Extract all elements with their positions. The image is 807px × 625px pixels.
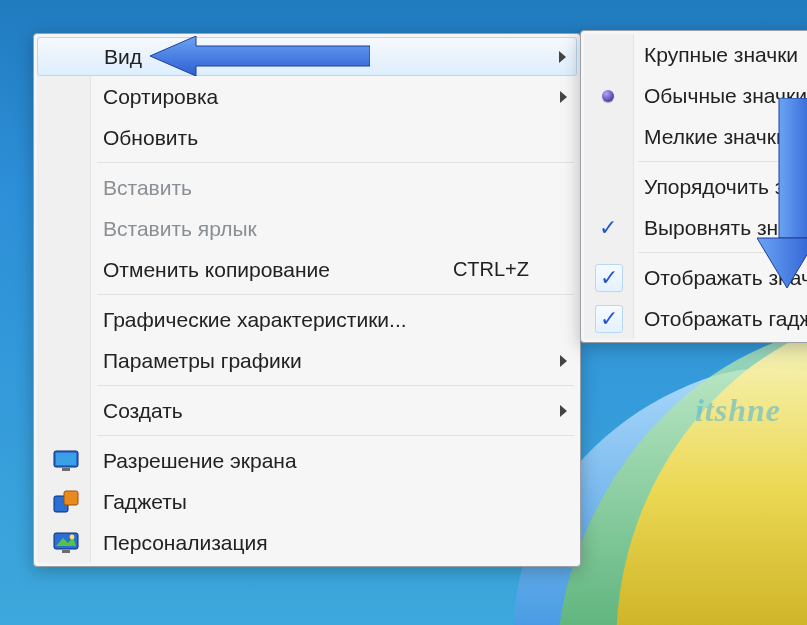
menu-item-paste: Вставить: [37, 167, 577, 208]
gadgets-icon: [51, 487, 81, 517]
svg-rect-3: [62, 468, 70, 471]
menu-separator: [97, 435, 574, 436]
menu-item-label: Упорядочить зн: [644, 175, 796, 199]
menu-item-label: Вид: [104, 45, 142, 69]
menu-item-label: Вставить ярлык: [103, 217, 257, 241]
menu-item-label: Разрешение экрана: [103, 449, 297, 473]
desktop-context-menu: Вид Сортировка Обновить Вставить Вставит…: [33, 33, 581, 567]
menu-item-screen-resolution[interactable]: Разрешение экрана: [37, 440, 577, 481]
menu-item-label: Отображать знач: [644, 266, 807, 290]
submenu-item-auto-arrange[interactable]: Упорядочить зн: [584, 166, 807, 207]
menu-item-refresh[interactable]: Обновить: [37, 117, 577, 158]
menu-separator: [638, 161, 807, 162]
menu-item-label: Вставить: [103, 176, 192, 200]
display-resolution-icon: [51, 446, 81, 476]
svg-rect-8: [62, 550, 70, 553]
chevron-right-icon: [559, 51, 566, 63]
svg-rect-2: [56, 453, 76, 465]
menu-item-paste-shortcut: Вставить ярлык: [37, 208, 577, 249]
menu-item-label: Выровнять зна: [644, 216, 790, 240]
menu-item-graphics-options[interactable]: Параметры графики: [37, 340, 577, 381]
menu-separator: [638, 252, 807, 253]
menu-item-label: Гаджеты: [103, 490, 187, 514]
submenu-item-show-gadgets[interactable]: ✓ Отображать гадж: [584, 298, 807, 339]
menu-item-personalization[interactable]: Персонализация: [37, 522, 577, 563]
menu-item-undo-copy[interactable]: Отменить копирование CTRL+Z: [37, 249, 577, 290]
menu-item-label: Создать: [103, 399, 183, 423]
submenu-item-large-icons[interactable]: Крупные значки: [584, 34, 807, 75]
menu-item-label: Обновить: [103, 126, 198, 150]
menu-item-label: Графические характеристики...: [103, 308, 407, 332]
submenu-item-small-icons[interactable]: Мелкие значки: [584, 116, 807, 157]
svg-rect-5: [64, 491, 78, 505]
menu-item-label: Отменить копирование: [103, 258, 330, 282]
check-icon: ✓: [599, 217, 617, 239]
radio-selected-icon: [602, 90, 614, 102]
menu-item-graphics-properties[interactable]: Графические характеристики...: [37, 299, 577, 340]
menu-item-label: Мелкие значки: [644, 125, 788, 149]
menu-item-label: Параметры графики: [103, 349, 302, 373]
submenu-item-show-desktop-icons[interactable]: ✓ Отображать знач: [584, 257, 807, 298]
menu-item-view[interactable]: Вид: [37, 37, 577, 76]
check-icon: ✓: [595, 264, 623, 292]
menu-item-gadgets[interactable]: Гаджеты: [37, 481, 577, 522]
chevron-right-icon: [560, 405, 567, 417]
chevron-right-icon: [560, 355, 567, 367]
watermark-text: itshne: [695, 392, 781, 429]
check-icon: ✓: [595, 305, 623, 333]
menu-separator: [97, 294, 574, 295]
submenu-item-align-to-grid[interactable]: ✓ Выровнять зна: [584, 207, 807, 248]
menu-item-shortcut: CTRL+Z: [453, 258, 567, 281]
menu-item-new[interactable]: Создать: [37, 390, 577, 431]
menu-separator: [97, 162, 574, 163]
menu-separator: [97, 385, 574, 386]
menu-item-label: Сортировка: [103, 85, 218, 109]
menu-item-label: Обычные значки: [644, 84, 807, 108]
menu-item-label: Крупные значки: [644, 43, 798, 67]
view-submenu: Крупные значки Обычные значки Мелкие зна…: [580, 30, 807, 343]
submenu-item-medium-icons[interactable]: Обычные значки: [584, 75, 807, 116]
svg-point-7: [70, 534, 75, 539]
personalization-icon: [51, 528, 81, 558]
menu-item-label: Отображать гадж: [644, 307, 807, 331]
chevron-right-icon: [560, 91, 567, 103]
menu-item-label: Персонализация: [103, 531, 268, 555]
menu-item-sort[interactable]: Сортировка: [37, 76, 577, 117]
